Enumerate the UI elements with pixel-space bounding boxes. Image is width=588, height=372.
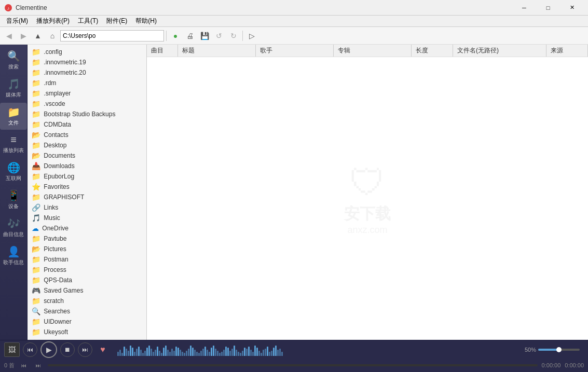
folder-icon: 📁 (32, 110, 40, 118)
sidebar-item-playlist[interactable]: ≡ 播放列表 (0, 131, 27, 157)
close-button[interactable]: ✕ (560, 0, 584, 16)
home-button[interactable]: ⌂ (46, 29, 59, 43)
love-button[interactable]: ♥ (95, 342, 110, 357)
folder-label: Ultimate (44, 339, 142, 340)
tree-item[interactable]: 📁Process (28, 265, 146, 275)
tree-item[interactable]: 📁Bootstrap Studio Backups (28, 109, 146, 119)
eq-bar (242, 351, 243, 356)
tree-item[interactable]: 📁UIDowner (28, 316, 146, 327)
scan-button[interactable]: 🖨 (183, 29, 197, 43)
maximize-button[interactable]: □ (536, 0, 560, 16)
tree-item[interactable]: 📂Documents (28, 150, 146, 161)
sidebar-item-tracklist[interactable]: 🎶 曲目信息 (0, 214, 27, 241)
col-filename[interactable]: 文件名(无路径) (453, 45, 546, 57)
tree-item[interactable]: 📁Desktop (28, 140, 146, 150)
tree-item[interactable]: 📂Contacts (28, 130, 146, 140)
menu-playlist[interactable]: 播放列表(P) (32, 16, 74, 26)
visualizer-button[interactable]: 🖼 (4, 342, 20, 357)
scan-add-button[interactable]: ● (169, 29, 182, 43)
eq-bar (184, 353, 185, 356)
next-button[interactable]: ⏭ (78, 342, 92, 357)
folder-icon: 📂 (32, 151, 40, 160)
up-button[interactable]: ▲ (31, 29, 45, 43)
volume-percent: 50% (525, 347, 536, 353)
sidebar-item-search[interactable]: 🔍 搜索 (0, 47, 27, 74)
eq-bar (258, 351, 260, 356)
eq-bar (281, 352, 283, 356)
reload2-button[interactable]: ↻ (227, 29, 240, 43)
shuffle-prev-button[interactable]: ⏮ (19, 360, 29, 370)
sidebar-item-files[interactable]: 📁 文件 (0, 103, 27, 130)
eq-bar (142, 353, 144, 356)
sidebar-label-playlist: 播放列表 (3, 147, 24, 154)
eq-bar (130, 346, 131, 356)
tree-item[interactable]: 📁QPS-Data (28, 275, 146, 285)
playlist-icon: ≡ (10, 134, 17, 146)
stop-button[interactable]: ⏹ (60, 342, 75, 357)
tree-item[interactable]: 📁Ukeysoft (28, 327, 146, 337)
back-button[interactable]: ◀ (2, 29, 16, 43)
tree-item[interactable]: 🎵Music (28, 213, 146, 223)
main-container: 🔍 搜索 🎵 媒体库 📁 文件 ≡ 播放列表 🌐 互联网 📱 设备 (0, 45, 588, 340)
reload-button[interactable]: ↺ (212, 29, 226, 43)
tree-item[interactable]: 📂Pictures (28, 244, 146, 254)
tree-item[interactable]: 📁.smplayer (28, 88, 146, 99)
tree-item[interactable]: 📁GRAPHISOFT (28, 192, 146, 202)
tree-item[interactable]: 📁EpuborLog (28, 171, 146, 182)
tree-item[interactable]: 📁scratch (28, 296, 146, 306)
tree-item[interactable]: 📁CDMData (28, 119, 146, 130)
tree-item[interactable]: 📁.config (28, 47, 146, 57)
eq-bar (250, 350, 252, 356)
menu-help[interactable]: 帮助(H) (131, 16, 161, 26)
tree-item[interactable]: 📁Postman (28, 254, 146, 265)
col-album[interactable]: 专辑 (334, 45, 412, 57)
minimize-button[interactable]: ─ (512, 0, 536, 16)
address-bar[interactable] (60, 30, 164, 42)
artist-icon: 👤 (7, 245, 20, 258)
col-title[interactable]: 标题 (178, 45, 256, 57)
tree-item[interactable]: 📁Pavtube (28, 233, 146, 244)
app-window: ♪ Clementine ─ □ ✕ 音乐(M) 播放列表(P) 工具(T) 附… (0, 0, 588, 372)
shuffle-next-button[interactable]: ⏭ (33, 360, 44, 370)
sidebar-item-library[interactable]: 🎵 媒体库 (0, 75, 27, 102)
tree-item[interactable]: 🔍Searches (28, 306, 146, 316)
prev-button[interactable]: ⏮ (23, 342, 37, 357)
eq-bar (136, 349, 138, 356)
tree-item[interactable]: ☁OneDrive (28, 223, 146, 233)
tree-item[interactable]: ⭐Favorites (28, 182, 146, 192)
col-artist[interactable]: 歌手 (256, 45, 334, 57)
tracklist-icon: 🎶 (7, 217, 20, 230)
save-button[interactable]: 💾 (198, 29, 211, 43)
folder-label: Downloads (44, 162, 142, 170)
menu-music[interactable]: 音乐(M) (2, 16, 32, 26)
sidebar-item-artist[interactable]: 👤 歌手信息 (0, 242, 27, 269)
eq-bar (138, 347, 140, 356)
tree-item[interactable]: 📁.vscode (28, 99, 146, 109)
folder-label: UIDowner (44, 318, 142, 325)
tree-item[interactable]: 📁.innovmetric.19 (28, 57, 146, 67)
forward-button[interactable]: ▶ (17, 29, 30, 43)
menu-addons[interactable]: 附件(E) (102, 16, 131, 26)
tree-item[interactable]: 🎮Saved Games (28, 285, 146, 296)
menu-tools[interactable]: 工具(T) (74, 16, 102, 26)
content-wrapper: 🛡 安下载 anxz.com (147, 57, 588, 340)
content-area: 曲目 标题 歌手 专辑 长度 文件名(无路径) 来源 🛡 安下载 anxz.co… (147, 45, 588, 340)
sidebar-item-devices[interactable]: 📱 设备 (0, 186, 27, 213)
tree-item[interactable]: 📁.rdm (28, 78, 146, 88)
volume-slider[interactable] (538, 349, 580, 351)
tree-item[interactable]: 🔗Links (28, 202, 146, 213)
eq-bar (254, 346, 256, 356)
play-button[interactable]: ▶ (40, 341, 57, 358)
col-length[interactable]: 长度 (412, 45, 453, 57)
tree-item[interactable]: 📥Downloads (28, 161, 146, 171)
action-button[interactable]: ▷ (245, 29, 258, 43)
col-source[interactable]: 来源 (546, 45, 588, 57)
sidebar-item-internet[interactable]: 🌐 互联网 (0, 158, 27, 185)
tree-item[interactable]: 📁Ultimate (28, 337, 146, 340)
folder-icon: ⭐ (32, 183, 40, 191)
col-track[interactable]: 曲目 (147, 45, 178, 57)
eq-bar (202, 349, 204, 356)
eq-bar (126, 349, 127, 356)
tree-item[interactable]: 📁.innovmetric.20 (28, 67, 146, 78)
seek-bar[interactable] (48, 364, 537, 366)
